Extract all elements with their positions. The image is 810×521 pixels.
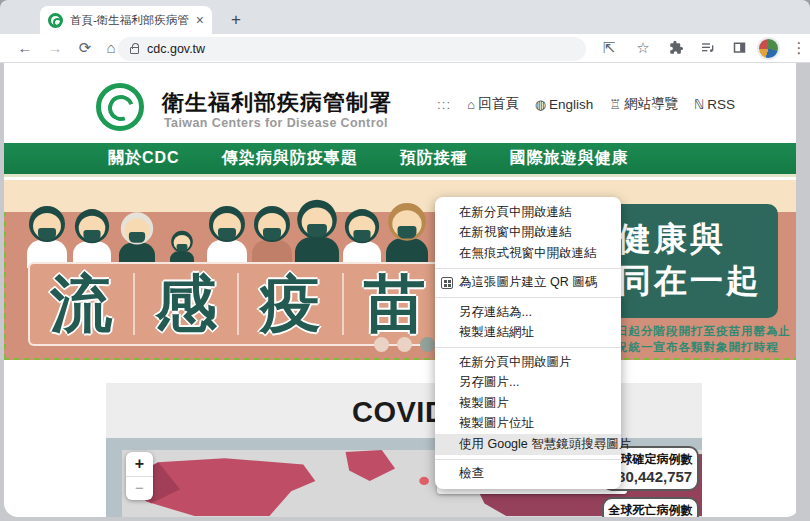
nav-item-diseases[interactable]: 傳染病與防疫專題 <box>222 148 358 169</box>
carousel-dot[interactable] <box>374 337 389 352</box>
tab-close-icon[interactable]: × <box>196 12 204 28</box>
map-zoom-control: + − <box>126 452 153 500</box>
site-title: 衛生福利部疾病管制署 <box>162 88 392 118</box>
extensions-puzzle-icon[interactable] <box>663 35 689 61</box>
death-cases-label: 全球死亡病例數 <box>604 502 697 517</box>
cdc-favicon-icon <box>48 13 63 28</box>
menu-item-search-google-lens[interactable]: 使用 Google 智慧鏡頭搜尋圖片 <box>435 434 621 455</box>
utility-nav: ::: ⌂ 回首頁 ◍ English ♖ 網站導覽 ℕ <box>437 95 735 113</box>
carousel-dot[interactable] <box>397 337 412 352</box>
headline-char: 感 <box>133 273 238 335</box>
bookmark-star-icon[interactable]: ☆ <box>630 35 656 61</box>
menu-item-save-link-as[interactable]: 另存連結為... <box>435 302 621 323</box>
cdc-logo-icon[interactable] <box>96 83 144 131</box>
flu-vaccine-banner-image[interactable]: 流 感 疫 苗 健康與 同在一起 日起分階段開打至疫苗用罄為止 況統一宣布各類對… <box>4 180 800 360</box>
accessibility-mark: ::: <box>437 97 451 112</box>
nav-item-vaccination[interactable]: 預防接種 <box>400 148 468 169</box>
side-panel-icon[interactable] <box>726 35 752 61</box>
page-left-margin <box>0 63 4 521</box>
rss-icon: ℕ <box>694 97 704 112</box>
banner-slogan-box: 健康與 同在一起 <box>606 204 778 318</box>
english-link[interactable]: ◍ English <box>535 97 594 112</box>
banner-figure-pregnant-woman <box>251 206 293 268</box>
menu-separator <box>435 297 621 298</box>
main-nav: 關於CDC 傳染病與防疫專題 預防接種 國際旅遊與健康 <box>4 143 800 177</box>
share-icon[interactable]: ⇱ <box>596 35 622 61</box>
menu-item-open-image-new-tab[interactable]: 在新分頁中開啟圖片 <box>435 352 621 373</box>
banner-figure-man <box>294 200 340 268</box>
banner-notes: 日起分階段開打至疫苗用罄為止 況統一宣布各類對象開打時程 <box>616 323 791 355</box>
site-header: 衛生福利部疾病管制署 Taiwan Centers for Disease Co… <box>4 63 800 143</box>
slogan-line: 健康與 <box>618 218 768 260</box>
carousel-dot[interactable] <box>420 337 435 352</box>
banner-figure-mother-with-baby <box>206 206 248 268</box>
menu-item-inspect[interactable]: 檢查 <box>435 464 621 485</box>
page-viewport: 衛生福利部疾病管制署 Taiwan Centers for Disease Co… <box>0 63 810 521</box>
menu-item-save-image-as[interactable]: 另存圖片... <box>435 373 621 394</box>
forward-icon[interactable]: → <box>42 35 68 61</box>
qr-code-icon <box>441 277 453 289</box>
browser-menu-dots-icon[interactable]: ⋮ <box>786 35 810 61</box>
browser-tab[interactable]: 首頁-衛生福利部疾病管制署 × <box>40 6 212 34</box>
menu-separator <box>435 268 621 269</box>
rss-link[interactable]: ℕ RSS <box>694 97 735 112</box>
headline-char: 苗 <box>342 273 447 335</box>
page-right-margin <box>796 63 810 521</box>
reading-list-icon[interactable] <box>695 35 721 61</box>
banner-figure-schoolgirl <box>342 209 382 268</box>
banner-figure-elderly-woman <box>118 212 156 268</box>
banner-characters <box>26 188 446 268</box>
headline-char: 流 <box>30 273 133 335</box>
nav-item-travel-health[interactable]: 國際旅遊與健康 <box>510 148 629 169</box>
headline-char: 疫 <box>237 273 342 335</box>
map-zoom-out-button[interactable]: − <box>126 477 153 499</box>
globe-icon: ◍ <box>535 97 546 112</box>
death-cases-statbox: 全球死亡病例數 <box>602 497 699 517</box>
home-icon: ⌂ <box>467 97 475 112</box>
banner-figure-nurse <box>72 209 112 268</box>
carousel-dots <box>374 337 435 352</box>
site-subtitle: Taiwan Centers for Disease Control <box>164 116 388 130</box>
menu-item-open-link-new-window[interactable]: 在新視窗中開啟連結 <box>435 223 621 244</box>
context-menu: 在新分頁中開啟連結 在新視窗中開啟連結 在無痕式視窗中開啟連結 為這張圖片建立 … <box>435 197 621 489</box>
map-zoom-in-button[interactable]: + <box>126 452 153 477</box>
address-bar[interactable]: cdc.gov.tw <box>118 37 586 61</box>
new-tab-button[interactable]: + <box>224 9 248 33</box>
banner-note-line: 況統一宣布各類對象開打時程 <box>616 339 791 355</box>
banner-figure-doctor <box>26 206 68 268</box>
banner-figure-farmer <box>385 203 429 268</box>
menu-separator <box>435 347 621 348</box>
reload-icon[interactable]: ⟳ <box>72 35 98 61</box>
menu-item-open-link-new-tab[interactable]: 在新分頁中開啟連結 <box>435 202 621 223</box>
sitemap-icon: ♖ <box>609 97 621 112</box>
menu-item-copy-image[interactable]: 複製圖片 <box>435 393 621 414</box>
browser-toolbar: ← → ⟳ ⌂ cdc.gov.tw ⇱ ☆ ⋮ <box>0 34 810 63</box>
menu-item-copy-link-address[interactable]: 複製連結網址 <box>435 323 621 344</box>
nav-item-about-cdc[interactable]: 關於CDC <box>108 148 180 169</box>
tab-title: 首頁-衛生福利部疾病管制署 <box>70 13 189 28</box>
profile-avatar[interactable] <box>757 37 780 60</box>
lock-icon <box>130 47 139 54</box>
tab-strip: 首頁-衛生福利部疾病管制署 × + <box>0 0 810 34</box>
page-content: 衛生福利部疾病管制署 Taiwan Centers for Disease Co… <box>4 63 800 517</box>
menu-item-copy-image-address[interactable]: 複製圖片位址 <box>435 414 621 435</box>
slogan-line: 同在一起 <box>618 260 768 302</box>
url-text[interactable]: cdc.gov.tw <box>147 42 205 56</box>
browser-window: 首頁-衛生福利部疾病管制署 × + ← → ⟳ ⌂ cdc.gov.tw ⇱ ☆… <box>0 0 810 521</box>
banner-note-line: 日起分階段開打至疫苗用罄為止 <box>616 323 791 339</box>
banner-headline: 流 感 疫 苗 <box>28 262 448 346</box>
menu-item-open-link-incognito[interactable]: 在無痕式視窗中開啟連結 <box>435 243 621 264</box>
home-link[interactable]: ⌂ 回首頁 <box>467 95 518 113</box>
back-icon[interactable]: ← <box>12 35 38 61</box>
menu-item-create-qr[interactable]: 為這張圖片建立 QR 圖碼 <box>435 273 621 294</box>
menu-separator <box>435 459 621 460</box>
sitemap-link[interactable]: ♖ 網站導覽 <box>609 95 678 113</box>
